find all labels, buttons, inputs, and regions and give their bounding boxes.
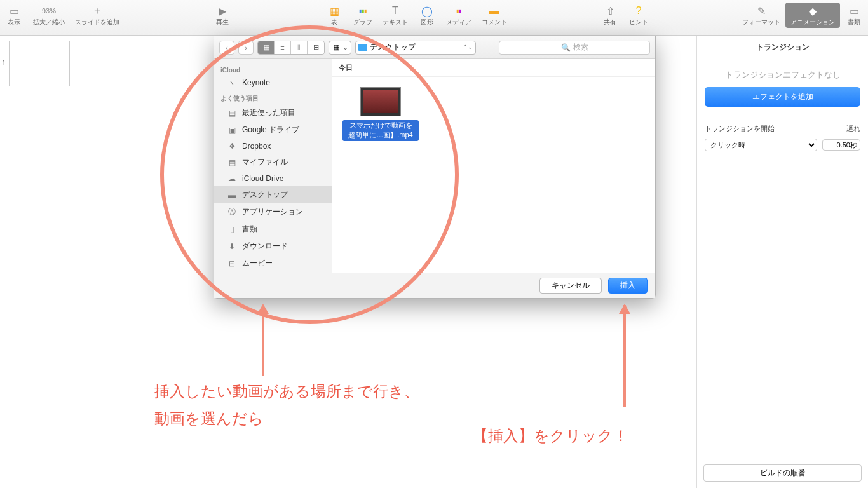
search-input[interactable]: 🔍 検索 xyxy=(499,41,650,55)
folder-icon: ▣ xyxy=(227,126,237,135)
sidebar-item-desktop[interactable]: ▬デスクトップ xyxy=(214,186,332,203)
dialog-footer: キャンセル 挿入 xyxy=(214,273,655,298)
files-icon: ▤ xyxy=(227,158,237,167)
cloud-icon: ☁ xyxy=(227,174,237,183)
table-button[interactable]: ▦表 xyxy=(320,3,348,28)
delay-input[interactable] xyxy=(822,139,860,151)
delay-label: 遅れ xyxy=(846,124,860,133)
list-view-icon[interactable]: ≡ xyxy=(275,41,291,54)
slide-number: 1 xyxy=(2,59,6,67)
dialog-content: 今日 スマホだけで動画を超簡単に…画】.mp4 xyxy=(332,59,655,273)
slide-thumbnail[interactable]: 1 xyxy=(9,41,70,86)
sidebar-item-downloads[interactable]: ⬇ダウンロード xyxy=(214,238,332,255)
animation-button[interactable]: ◆アニメーション xyxy=(785,3,840,28)
icloud-header: iCloud xyxy=(214,63,332,75)
dropbox-icon: ❖ xyxy=(227,142,237,151)
sidebar-item-gdrive[interactable]: ▣Google ドライブ xyxy=(214,121,332,139)
insert-button[interactable]: 挿入 xyxy=(608,278,648,294)
share-button[interactable]: ⇧共有 xyxy=(596,3,624,28)
text-button[interactable]: Tテキスト xyxy=(377,3,413,28)
media-button[interactable]: ▮▮メディア xyxy=(441,3,477,28)
file-open-dialog: ‹ › ▦ ≡ ⦀ ⊞ ▦ デスクトップ 🔍 検索 iCloud ⌥Keynot… xyxy=(214,36,656,299)
format-button[interactable]: ✎フォーマット xyxy=(737,3,785,28)
shape-button[interactable]: ◯図形 xyxy=(413,3,441,28)
location-select[interactable]: デスクトップ xyxy=(355,41,476,55)
movies-icon: ⊟ xyxy=(227,259,237,268)
add-slide-button[interactable]: ＋スライドを追加 xyxy=(70,3,125,28)
grid-icon: ▦ xyxy=(333,43,339,51)
section-today: 今日 xyxy=(332,59,655,77)
inspector-panel: トランジション トランジションエフェクトなし エフェクトを追加 トランジションを… xyxy=(696,36,868,488)
keynote-icon: ⌥ xyxy=(227,78,237,87)
build-order-button[interactable]: ビルドの順番 xyxy=(703,464,862,482)
hint-button[interactable]: ?ヒント xyxy=(624,3,653,28)
favorites-header: よく使う項目 xyxy=(214,90,332,104)
sidebar-item-recent[interactable]: ▤最近使った項目 xyxy=(214,104,332,121)
sidebar-item-docs[interactable]: ▯書類 xyxy=(214,220,332,238)
slide-navigator[interactable]: 1 xyxy=(0,36,76,488)
view-mode-segment[interactable]: ▦ ≡ ⦀ ⊞ xyxy=(257,41,325,55)
icon-view-icon[interactable]: ▦ xyxy=(258,41,275,54)
annotation-arrow xyxy=(623,305,626,407)
start-transition-select[interactable]: クリック時 xyxy=(705,139,817,151)
annotation-arrow xyxy=(262,305,264,376)
play-button[interactable]: ▶再生 xyxy=(208,3,236,28)
sidebar-item-myfiles[interactable]: ▤マイファイル xyxy=(214,154,332,171)
video-thumbnail xyxy=(360,87,401,116)
folder-icon xyxy=(358,44,367,51)
app-toolbar: ▭表示 93%拡大／縮小 ＋スライドを追加 ▶再生 ▦表 ▮▮▮グラフ Tテキス… xyxy=(0,0,868,36)
cancel-button[interactable]: キャンセル xyxy=(539,278,602,294)
sidebar-item-movies[interactable]: ⊟ムービー xyxy=(214,255,332,272)
document-button[interactable]: ▭書類 xyxy=(840,3,868,28)
sidebar-item-apps[interactable]: Ⓐアプリケーション xyxy=(214,203,332,220)
add-effect-button[interactable]: エフェクトを追加 xyxy=(705,87,860,107)
group-by-select[interactable]: ▦ xyxy=(329,41,351,55)
chart-button[interactable]: ▮▮▮グラフ xyxy=(348,3,377,28)
sidebar-item-keynote[interactable]: ⌥Keynote xyxy=(214,75,332,90)
nav-forward-button[interactable]: › xyxy=(238,41,254,55)
dialog-toolbar: ‹ › ▦ ≡ ⦀ ⊞ ▦ デスクトップ 🔍 検索 xyxy=(214,36,655,59)
file-item[interactable]: スマホだけで動画を超簡単に…画】.mp4 xyxy=(342,87,419,141)
nav-back-button[interactable]: ‹ xyxy=(219,41,234,55)
column-view-icon[interactable]: ⦀ xyxy=(291,41,308,54)
recent-icon: ▤ xyxy=(227,109,237,118)
sidebar-item-dropbox[interactable]: ❖Dropbox xyxy=(214,139,332,154)
downloads-icon: ⬇ xyxy=(227,242,237,251)
dialog-sidebar: iCloud ⌥Keynote よく使う項目 ▤最近使った項目 ▣Google … xyxy=(214,59,332,273)
file-name-label: スマホだけで動画を超簡単に…画】.mp4 xyxy=(342,120,419,141)
annotation-text: 挿入したい動画がある場所まで行き、 動画を選んだら xyxy=(154,377,419,432)
inspector-title: トランジション xyxy=(697,36,868,59)
start-transition-label: トランジションを開始 xyxy=(705,124,841,133)
sidebar-item-iclouddrive[interactable]: ☁iCloud Drive xyxy=(214,171,332,186)
zoom-button[interactable]: 93%拡大／縮小 xyxy=(28,3,70,28)
view-button[interactable]: ▭表示 xyxy=(0,3,28,28)
comment-button[interactable]: ▬コメント xyxy=(477,3,512,28)
search-icon: 🔍 xyxy=(561,43,571,52)
transition-none-label: トランジションエフェクトなし xyxy=(697,59,868,87)
desktop-icon: ▬ xyxy=(227,191,237,200)
annotation-text: 【挿入】をクリック！ xyxy=(473,422,628,449)
docs-icon: ▯ xyxy=(227,225,237,234)
gallery-view-icon[interactable]: ⊞ xyxy=(308,41,324,54)
apps-icon: Ⓐ xyxy=(227,207,237,217)
